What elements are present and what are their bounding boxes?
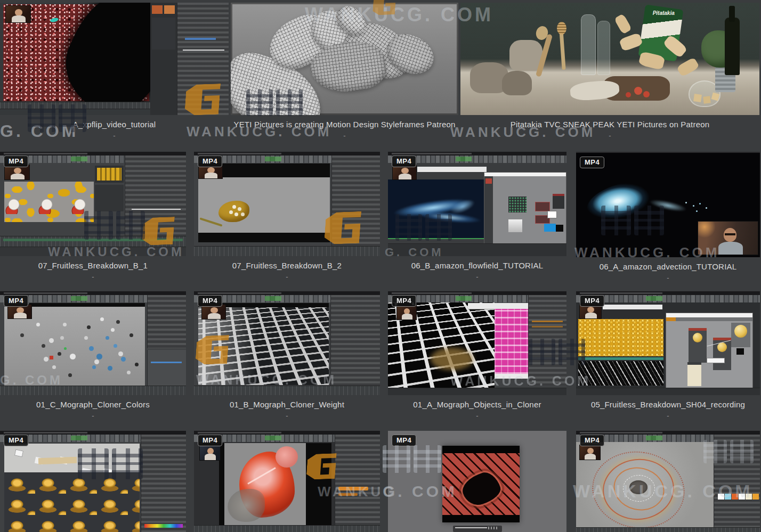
video-thumbnail: Pitatakia [460,3,759,115]
gallery-item-14[interactable]: MP4 [388,431,566,532]
orange-row-1 [532,321,563,322]
gallery-item-7[interactable]: MP4 06_A_amazon_advection_TUTORIAL - [576,152,760,282]
gallery-item-12[interactable]: MP4 [0,431,186,532]
lamp-glow [698,221,716,238]
attributes-panel [528,295,566,386]
caption-dash: - [388,273,566,281]
timeline [388,388,566,395]
timeline [194,525,380,532]
video-title[interactable]: A_xpflip_video_tutorial [0,120,229,129]
yellow-ball-preview-1 [693,333,702,342]
node-gradient-swatch [508,219,522,232]
attributes-panel [330,295,380,386]
preview-node [731,323,750,347]
video-thumbnail [0,3,229,115]
khaki-reflection [431,348,473,370]
player-controls [453,526,502,532]
video-frame [442,446,520,522]
node-editor-window [666,313,753,388]
glass-bottle-2 [597,21,610,75]
gallery-item-11[interactable]: MP4 [576,291,760,420]
slider-line [183,50,224,51]
orange-row-2 [532,326,563,328]
gallery-item-8[interactable]: MP4 01_C_Mograph_Cloner_Colors - [0,291,186,420]
window-titlebar [0,431,186,435]
window-titlebar [194,152,380,155]
caption-dash: - [576,274,760,282]
preview-thumb [97,168,122,181]
video-thumbnail: MP4 [576,152,760,257]
viewport-red-particles [3,4,149,101]
video-title[interactable]: 01_C_Mograph_Cloner_Colors [0,400,186,409]
mp4-badge: MP4 [4,295,28,307]
video-thumbnail: MP4 [194,291,380,395]
mp4-badge: MP4 [198,155,222,167]
viewport-baseline [388,238,484,239]
video-title[interactable]: 01_A_Mograph_Objects_in_Cloner [388,400,566,409]
pink-panel-footer [495,374,528,379]
timeline-ruler [0,236,186,247]
search-bar [603,305,662,309]
video-title[interactable]: YETI Pictures is creating Motion Design … [231,120,458,129]
black-blob [459,469,504,509]
video-title[interactable]: 05_Fruitless_Breakdown_SH04_recording [576,400,760,409]
flower-stem [199,217,222,226]
address-bar [417,167,487,172]
water-splash-trail [642,194,694,216]
video-title[interactable]: 01_B_Mograph_Cloner_Weight [194,400,380,409]
video-title[interactable]: 06_A_amazon_advection_TUTORIAL [576,262,760,271]
video-thumbnail: MP4 [194,152,380,256]
gallery-item-3[interactable]: Pitatakia Pitatakia TVC SNEAK PEAK YETI … [460,3,759,140]
window-titlebar [0,291,186,295]
gallery-item-10[interactable]: MP4 01_A_Mograph_Objects_in_Cloner - [388,291,566,420]
timeline-track [0,247,186,256]
gallery-item-9[interactable]: MP4 01_B_Mograph_Cloner_Weight - [194,291,380,420]
selected-tab-highlight [185,38,216,40]
attributes-panel [141,435,186,532]
gallery-item-13[interactable]: MP4 [194,431,380,532]
gallery-item-5[interactable]: MP4 07_Fruitless_Breakdown_B_2 - [194,152,380,281]
node-red-1 [535,202,550,211]
mp4-badge: MP4 [392,435,416,446]
node-window-titlebar [666,313,752,317]
video-title[interactable]: 07_Fruitless_Breakdown_B_1 [0,261,186,270]
mp4-badge: MP4 [4,435,28,446]
cream-swatch-node [687,362,701,386]
viewport [4,182,94,222]
video-title[interactable]: Pitatakia TVC SNEAK PEAK YETI Pictures o… [460,120,759,129]
timeline [194,386,380,395]
black-swatch [736,348,744,355]
floating-boxes [14,449,23,457]
viewport [198,177,330,233]
caption-dash: - [0,412,186,420]
preview-panel [95,166,124,183]
timeline [576,527,760,532]
gallery-item-1[interactable]: A_xpflip_video_tutorial - [0,3,229,140]
package-label: Pitatakia [647,10,679,16]
orange-button-2 [338,493,358,496]
cracker-5 [614,13,632,34]
gallery-item-4[interactable]: MP4 07_Fruitless_Breakdown_B_1 - [0,152,186,281]
video-thumbnail: MP4 [0,431,186,532]
video-title[interactable]: 06_B_amazon_flowfield_TUTORIAL [388,261,566,270]
video-thumbnail: MP4 [388,291,566,395]
yellow-ball-preview-3 [734,325,747,338]
video-thumbnail: MP4 [0,152,186,256]
video-title[interactable]: 07_Fruitless_Breakdown_B_2 [194,261,380,270]
control-glyphs [488,527,499,529]
teal-fragment [50,17,59,23]
window-titlebar [576,291,760,295]
cheese-cube-2 [703,96,710,103]
yellow-ball-preview-2 [717,342,727,352]
caption-dash: - [0,132,229,140]
gallery-item-15[interactable]: MP4 [576,431,760,532]
bw-streak-band [578,361,663,386]
attributes-panel [714,435,760,527]
gallery-item-2[interactable]: YETI Pictures is creating Motion Design … [231,3,458,140]
mp4-badge: MP4 [580,295,604,307]
object-panel [150,3,177,115]
mp4-badge: MP4 [4,155,28,167]
caption-dash: - [231,132,458,140]
striped-artwork [442,453,520,515]
gallery-item-6[interactable]: MP4 [388,152,566,281]
